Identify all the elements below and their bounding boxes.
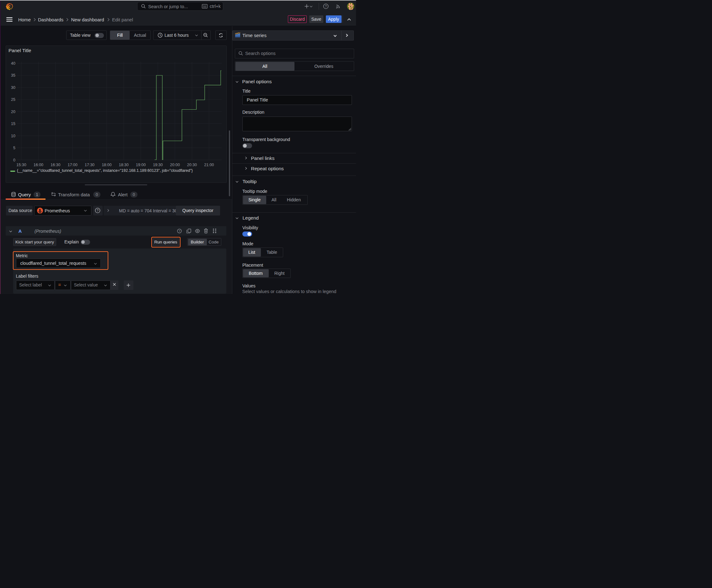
svg-text:18:30: 18:30 bbox=[118, 163, 128, 167]
svg-text:16:00: 16:00 bbox=[33, 163, 43, 167]
svg-text:18:00: 18:00 bbox=[102, 163, 111, 167]
svg-text:19:30: 19:30 bbox=[153, 163, 163, 167]
svg-text:17:00: 17:00 bbox=[67, 163, 77, 167]
svg-text:?: ? bbox=[325, 4, 327, 8]
svg-text:19:00: 19:00 bbox=[136, 163, 145, 167]
svg-text:16:30: 16:30 bbox=[50, 163, 60, 167]
svg-text:10: 10 bbox=[11, 133, 15, 138]
svg-text:21:00: 21:00 bbox=[204, 163, 214, 167]
svg-text:35: 35 bbox=[11, 73, 15, 78]
svg-text:5: 5 bbox=[13, 146, 15, 150]
svg-text:17:30: 17:30 bbox=[84, 163, 94, 167]
svg-text:20: 20 bbox=[11, 109, 15, 114]
svg-text:25: 25 bbox=[11, 97, 15, 102]
svg-text:20:00: 20:00 bbox=[170, 163, 179, 167]
svg-text:30: 30 bbox=[11, 85, 15, 89]
svg-text:15: 15 bbox=[11, 122, 15, 126]
svg-text:?: ? bbox=[97, 209, 99, 212]
svg-text:40: 40 bbox=[11, 61, 15, 66]
svg-text:?: ? bbox=[179, 230, 180, 233]
svg-text:15:30: 15:30 bbox=[16, 163, 26, 167]
svg-text:{__name__="cloudflared_tunnel_: {__name__="cloudflared_tunnel_total_requ… bbox=[17, 168, 193, 173]
svg-text:20:30: 20:30 bbox=[187, 163, 196, 167]
svg-text:0: 0 bbox=[13, 158, 15, 162]
